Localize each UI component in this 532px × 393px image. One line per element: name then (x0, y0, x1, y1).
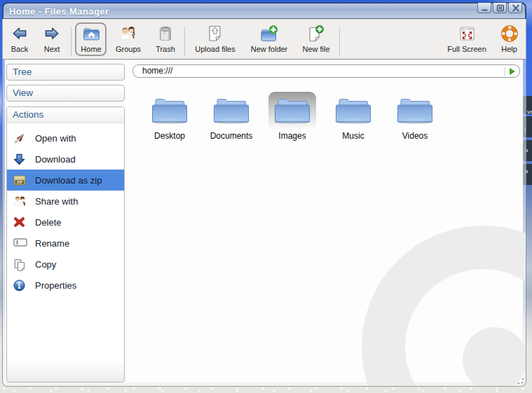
svg-text:ZIP: ZIP (17, 180, 23, 184)
